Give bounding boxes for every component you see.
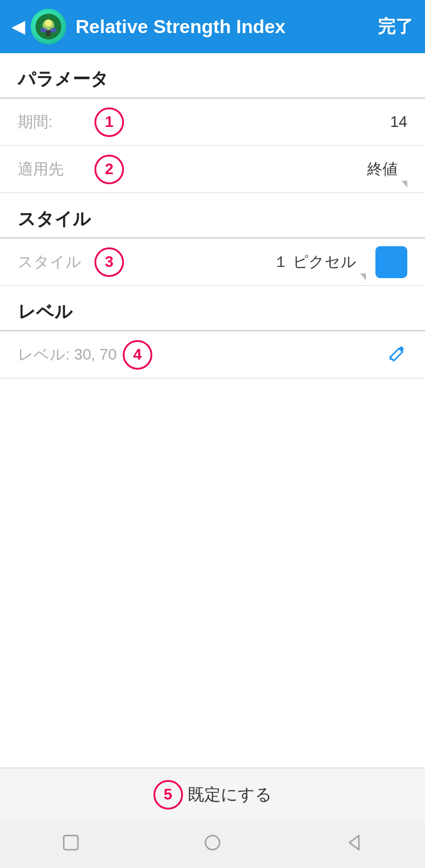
svg-rect-5 <box>46 30 51 36</box>
nav-circle-icon[interactable] <box>203 833 222 856</box>
level-label: レベル: 30, 70 <box>18 344 117 365</box>
period-label: 期間: <box>18 112 89 132</box>
style-row[interactable]: スタイル 3 １ ピクセル <box>0 239 425 286</box>
app-header: ◀ Relative Strength Index 完了 <box>0 0 425 53</box>
apply-to-badge: 2 <box>94 155 124 184</box>
level-section-label: レベル <box>0 286 425 330</box>
level-edit-icon[interactable] <box>387 342 407 367</box>
nav-square-icon[interactable] <box>61 833 80 856</box>
page-title: Relative Strength Index <box>76 16 378 38</box>
period-badge: 1 <box>94 107 124 137</box>
spacer <box>0 573 425 768</box>
params-section-label: パラメータ <box>0 53 425 97</box>
period-value: 14 <box>390 113 407 131</box>
svg-point-7 <box>205 836 220 850</box>
style-label: スタイル <box>18 252 89 272</box>
back-button[interactable]: ◀ <box>12 17 25 37</box>
apply-to-dropdown-icon <box>401 181 407 188</box>
svg-point-2 <box>45 19 52 27</box>
level-row[interactable]: レベル: 30, 70 4 <box>0 331 425 378</box>
apply-to-value: 終値 <box>367 159 398 180</box>
logo-icon <box>34 12 63 41</box>
done-button[interactable]: 完了 <box>378 15 413 39</box>
default-label: 既定にする <box>188 784 272 806</box>
pencil-svg-icon <box>387 342 407 363</box>
svg-rect-6 <box>64 836 78 850</box>
app-logo <box>31 9 66 44</box>
apply-to-label: 適用先 <box>18 159 89 180</box>
style-badge: 3 <box>94 247 124 277</box>
style-color-swatch[interactable] <box>375 246 407 278</box>
style-value: １ ピクセル <box>273 252 357 272</box>
style-section-label: スタイル <box>0 193 425 237</box>
default-badge: 5 <box>153 780 183 810</box>
style-dropdown-icon <box>360 273 366 280</box>
period-row[interactable]: 期間: 1 14 <box>0 99 425 146</box>
level-badge: 4 <box>123 340 152 370</box>
android-nav-bar <box>0 821 425 868</box>
set-default-button[interactable]: 5 既定にする <box>153 780 272 810</box>
content-area: パラメータ 期間: 1 14 適用先 2 終値 スタイル スタイル 3 １ ピク… <box>0 53 425 573</box>
nav-back-icon[interactable] <box>345 833 364 856</box>
bottom-bar: 5 既定にする <box>0 768 425 821</box>
apply-to-row[interactable]: 適用先 2 終値 <box>0 146 425 193</box>
svg-marker-8 <box>349 836 359 850</box>
